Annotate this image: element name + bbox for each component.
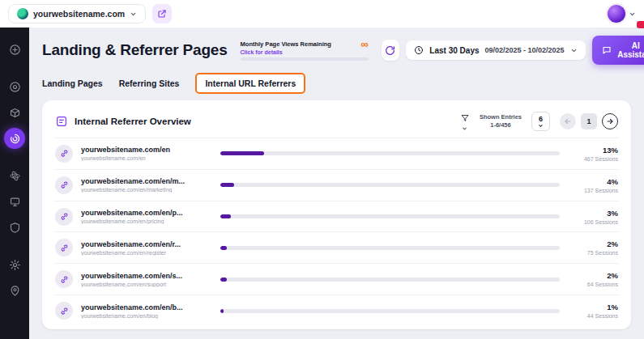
card-header: Internal Referrer Overview Shown Entries… [53, 107, 620, 138]
sessions-value: 64 Sessions [568, 282, 618, 287]
sessions-bar [220, 309, 560, 313]
link-icon [55, 145, 73, 163]
page-header: Landing & Referrer Pages Monthly Page Vi… [42, 36, 631, 65]
sessions-value: 467 Sessions [568, 156, 618, 162]
link-icon [55, 208, 73, 226]
link-icon [55, 176, 73, 194]
previous-page-button[interactable] [560, 113, 576, 129]
package-icon [9, 107, 21, 119]
shown-entries: Shown Entries 1-6/456 [480, 113, 522, 129]
sessions-value: 44 Sessions [568, 313, 618, 319]
shown-entries-label: Shown Entries [480, 113, 522, 121]
chevron-down-icon [130, 11, 137, 18]
table-row[interactable]: yourwebsitename.com/en/m... yourwebsiten… [53, 169, 620, 201]
referrer-url: yourwebsitename.com/en/m... [81, 177, 212, 185]
page-size-value: 6 [539, 115, 543, 123]
top-bar: yourwebsitename.com [0, 0, 644, 28]
next-page-button[interactable] [602, 113, 618, 129]
quota-progress-bar [241, 57, 369, 61]
link-icon [55, 270, 73, 288]
sidebar-item-expand[interactable] [4, 39, 25, 60]
quota-label: Monthly Page Views Remaining [241, 40, 331, 48]
site-selector-dropdown[interactable]: yourwebsitename.com [8, 4, 146, 23]
tab-bar: Landing Pages Referring Sites Internal U… [42, 73, 631, 94]
period-label: Last 30 Days [429, 46, 479, 55]
sidebar-item-archive[interactable] [4, 102, 25, 123]
quota-details-link[interactable]: Click for details [241, 49, 369, 55]
open-site-button[interactable] [152, 4, 172, 23]
percent-value: 3% [568, 209, 618, 218]
arrow-right-icon [606, 117, 614, 125]
referrer-url-full: yourwebsitename.com/en/marketing [81, 187, 212, 193]
chevron-down-icon [538, 123, 544, 129]
current-page-indicator[interactable]: 1 [581, 113, 597, 129]
link-icon [55, 302, 73, 320]
sidebar-item-locations[interactable] [4, 280, 25, 301]
avatar [608, 5, 625, 23]
notification-indicator [637, 21, 644, 28]
table-row[interactable]: yourwebsitename.com/en/s... yourwebsiten… [53, 263, 620, 295]
ai-assistant-button[interactable]: AI Assistant [592, 36, 644, 65]
site-logo [17, 8, 28, 19]
clock-icon [414, 45, 424, 55]
atom-icon [9, 170, 21, 182]
page-size-dropdown[interactable]: 6 [531, 112, 550, 131]
table-row[interactable]: yourwebsitename.com/en yourwebsitename.c… [53, 138, 620, 169]
monitor-icon [9, 196, 21, 208]
tab-internal-url-referrers[interactable]: Internal URL Referrers [195, 73, 305, 94]
referrer-url-full: yourwebsitename.com/en/blog [81, 313, 212, 319]
sessions-bar [220, 151, 560, 155]
date-range-selector[interactable]: Last 30 Days 09/02/2025 - 10/02/2025 [406, 40, 585, 60]
swirl-icon [9, 133, 21, 145]
sessions-value: 137 Sessions [568, 188, 618, 193]
sidebar-item-automation[interactable] [4, 165, 25, 186]
referrer-url: yourwebsitename.com/en [81, 146, 212, 154]
filter-dropdown[interactable] [460, 113, 470, 129]
tab-referring-sites[interactable]: Referring Sites [119, 78, 180, 88]
shown-entries-value: 1-6/456 [480, 121, 522, 129]
referrer-list: yourwebsitename.com/en yourwebsitename.c… [53, 138, 620, 326]
sessions-bar [220, 246, 560, 250]
percent-value: 2% [568, 239, 618, 248]
user-menu[interactable] [608, 5, 636, 23]
referrer-url: yourwebsitename.com/en/r... [81, 240, 212, 248]
percent-value: 2% [568, 271, 618, 280]
gear-icon [9, 259, 21, 271]
referrer-url-full: yourwebsitename.com/en/pricing [81, 218, 212, 224]
referrer-url-full: yourwebsitename.com/en/register [81, 250, 212, 256]
quota-value: ∞ [360, 40, 368, 49]
chat-icon [602, 45, 612, 55]
site-selector-label: yourwebsitename.com [33, 9, 125, 19]
sidebar-item-security[interactable] [4, 217, 25, 238]
sidebar-item-settings[interactable] [4, 254, 25, 275]
table-row[interactable]: yourwebsitename.com/en/r... yourwebsiten… [53, 231, 620, 263]
tab-landing-pages[interactable]: Landing Pages [42, 78, 103, 88]
refresh-button[interactable] [382, 40, 400, 61]
quota-widget: Monthly Page Views Remaining ∞ Click for… [241, 40, 369, 61]
sidebar-item-referrer-pages[interactable] [4, 128, 25, 149]
plus-circle-icon [9, 44, 21, 56]
percent-value: 13% [568, 146, 618, 155]
chevron-down-icon [629, 11, 636, 18]
arrow-left-icon [564, 117, 572, 125]
referrer-url: yourwebsitename.com/en/s... [81, 272, 212, 280]
target-icon [9, 81, 21, 93]
sidebar-item-monitor[interactable] [4, 191, 25, 212]
sessions-bar [220, 278, 560, 282]
refresh-icon [385, 45, 395, 56]
chevron-down-icon [570, 47, 578, 54]
referrer-url-full: yourwebsitename.com/en [81, 155, 212, 161]
overview-icon [55, 115, 68, 128]
sessions-value: 75 Sessions [568, 250, 618, 256]
card-title: Internal Referrer Overview [75, 117, 191, 126]
filter-icon [460, 113, 470, 123]
table-row[interactable]: yourwebsitename.com/en/p... yourwebsiten… [53, 201, 620, 232]
sessions-value: 106 Sessions [568, 219, 618, 225]
referrer-url: yourwebsitename.com/en/p... [81, 209, 212, 217]
table-row[interactable]: yourwebsitename.com/en/b... yourwebsiten… [53, 295, 620, 326]
referrer-url-full: yourwebsitename.com/en/support [81, 282, 212, 287]
external-link-icon [157, 9, 167, 19]
shield-icon [9, 222, 21, 234]
sidebar-item-dashboard[interactable] [4, 76, 25, 97]
ai-assistant-label: AI Assistant [616, 41, 644, 59]
